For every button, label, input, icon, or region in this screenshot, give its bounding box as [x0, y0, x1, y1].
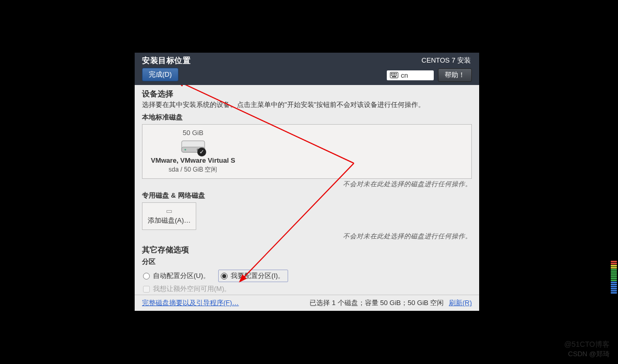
- svg-rect-6: [393, 75, 394, 76]
- keyboard-layout-indicator[interactable]: cn: [387, 70, 434, 80]
- manual-partition-radio[interactable]: 我要配置分区(I)。: [218, 270, 288, 282]
- extra-space-label: 我想让额外空间可用(M)。: [153, 284, 231, 294]
- check-icon: ✓: [197, 148, 206, 156]
- storage-options-section: 其它存储选项 分区 自动配置分区(U)。 我要配置分区(I)。 我想让额外空间可…: [142, 245, 472, 295]
- device-selection-heading: 设备选择: [142, 89, 472, 99]
- help-button[interactable]: 帮助！: [438, 68, 472, 82]
- extra-space-checkbox: 我想让额外空间可用(M)。: [143, 284, 472, 294]
- disk-summary-link[interactable]: 完整磁盘摘要以及引导程序(F)…: [142, 298, 239, 308]
- page-title: 安装目标位置: [142, 56, 191, 66]
- disk-capacity: 50 GiB: [183, 129, 204, 137]
- svg-rect-4: [396, 73, 397, 74]
- side-meter-decoration: [611, 261, 617, 294]
- local-disks-heading: 本地标准磁盘: [142, 113, 472, 122]
- installer-subtitle: CENTOS 7 安装: [422, 56, 472, 65]
- header-left: 安装目标位置 完成(D): [142, 56, 191, 84]
- special-disks-heading: 专用磁盘 & 网络磁盘: [142, 191, 472, 200]
- installer-window: 安装目标位置 完成(D) CENTOS 7 安装 cn: [135, 53, 479, 311]
- done-button[interactable]: 完成(D): [142, 68, 179, 81]
- add-disk-button[interactable]: ▭ 添加磁盘(A)…: [142, 202, 196, 230]
- watermark-csdn: CSDN @郑琦: [568, 349, 610, 359]
- disk-name: VMware, VMware Virtual S: [151, 156, 235, 164]
- partitioning-radio-group: 自动配置分区(U)。 我要配置分区(I)。: [143, 270, 472, 282]
- manual-partition-radio-input[interactable]: [221, 273, 228, 280]
- keyboard-icon: [390, 72, 398, 78]
- auto-partition-radio[interactable]: 自动配置分区(U)。: [143, 271, 210, 281]
- hard-drive-icon: ✓: [181, 138, 205, 155]
- partitioning-label: 分区: [142, 257, 472, 266]
- footer-status-group: 已选择 1 个磁盘；容量 50 GiB；50 GiB 空闲 刷新(R): [310, 298, 472, 308]
- svg-rect-5: [391, 75, 392, 76]
- svg-rect-9: [392, 76, 396, 77]
- locale-label: cn: [401, 71, 408, 79]
- header-controls: cn 帮助！: [387, 68, 472, 82]
- installer-body: 设备选择 选择要在其中安装系统的设备。点击主菜单中的"开始安装"按钮前不会对该设…: [135, 85, 479, 295]
- manual-partition-label: 我要配置分区(I)。: [231, 271, 284, 281]
- selection-status: 已选择 1 个磁盘；容量 50 GiB；50 GiB 空闲: [310, 299, 444, 307]
- add-disk-icon: ▭: [166, 207, 172, 215]
- svg-rect-3: [394, 73, 395, 74]
- auto-partition-radio-input[interactable]: [143, 273, 150, 280]
- svg-rect-1: [391, 73, 392, 74]
- svg-rect-2: [393, 73, 394, 74]
- watermark-cto: @51CTO博客: [564, 340, 610, 349]
- svg-rect-7: [394, 75, 395, 76]
- installer-footer: 完整磁盘摘要以及引导程序(F)… 已选择 1 个磁盘；容量 50 GiB；50 …: [135, 295, 479, 311]
- add-disk-label: 添加磁盘(A)…: [148, 216, 191, 225]
- device-selection-description: 选择要在其中安装系统的设备。点击主菜单中的"开始安装"按钮前不会对该设备进行任何…: [142, 100, 472, 110]
- svg-point-12: [184, 149, 186, 150]
- disk-subinfo: sda / 50 GiB 空闲: [169, 165, 217, 174]
- disk-note-2: 不会对未在此处选择的磁盘进行任何操作。: [142, 232, 472, 241]
- local-disks-container: 50 GiB ✓ VMware, VMware Virtual S sda / …: [142, 124, 472, 179]
- svg-rect-8: [396, 75, 397, 76]
- auto-partition-label: 自动配置分区(U)。: [153, 271, 210, 281]
- extra-space-checkbox-input: [143, 286, 150, 293]
- installer-header: 安装目标位置 完成(D) CENTOS 7 安装 cn: [135, 53, 479, 85]
- disk-item[interactable]: 50 GiB ✓ VMware, VMware Virtual S sda / …: [147, 128, 240, 175]
- refresh-link[interactable]: 刷新(R): [449, 299, 472, 307]
- header-right: CENTOS 7 安装 cn 帮助！: [387, 56, 472, 84]
- disk-note-1: 不会对未在此处选择的磁盘进行任何操作。: [142, 180, 472, 189]
- storage-options-heading: 其它存储选项: [142, 245, 472, 255]
